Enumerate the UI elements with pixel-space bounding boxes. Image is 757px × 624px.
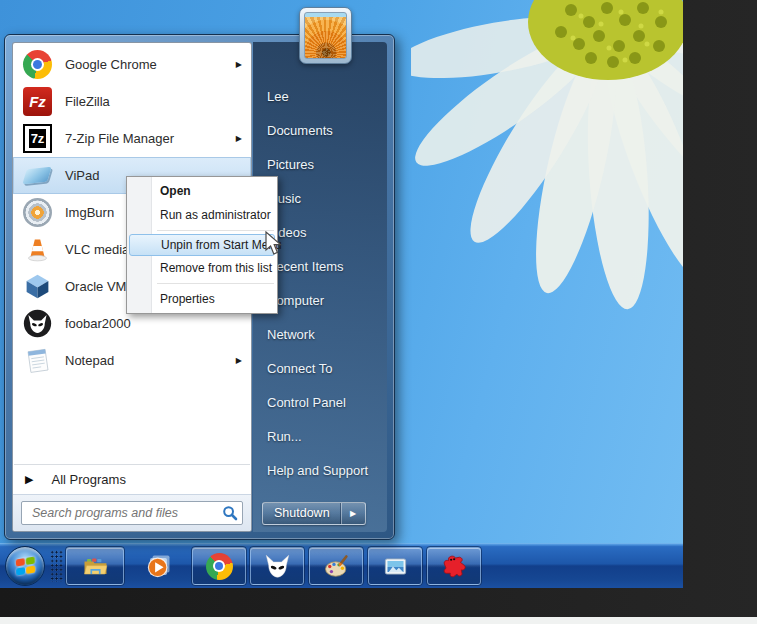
submenu-arrow-icon: ▶ — [236, 60, 242, 69]
flower-photo — [304, 12, 347, 59]
start-menu-item-filezilla[interactable]: FileZilla — [13, 83, 251, 120]
paint-palette-icon — [323, 553, 350, 580]
taskbar-item-red-gecko-app[interactable] — [427, 547, 481, 585]
filezilla-icon — [23, 87, 52, 116]
taskbar-item-foobar2000[interactable] — [250, 547, 304, 585]
submenu-arrow-icon: ▶ — [236, 134, 242, 143]
start-menu-item-7zip[interactable]: 7-Zip File Manager ▶ — [13, 120, 251, 157]
notepad-icon — [23, 346, 52, 375]
start-menu-right-item-documents[interactable]: Documents — [267, 114, 387, 148]
start-menu-right-item-computer[interactable]: Computer — [267, 284, 387, 318]
shutdown-button[interactable]: Shutdown — [263, 503, 341, 524]
start-menu-right-item-music[interactable]: Music — [267, 182, 387, 216]
sevenzip-icon — [23, 124, 52, 153]
right-arrow-icon: ▶ — [25, 473, 33, 486]
chrome-icon — [23, 50, 52, 79]
virtualbox-cube-icon — [23, 272, 52, 301]
context-menu-separator — [157, 230, 274, 231]
context-menu-item-unpin-from-start-menu[interactable]: Unpin from Start Menu — [129, 234, 275, 256]
context-menu-separator — [157, 283, 274, 284]
screenshot-canvas: Google Chrome ▶ FileZilla 7-Zip File Man… — [0, 0, 757, 624]
all-programs-label: All Programs — [51, 472, 125, 487]
shutdown-control: Shutdown ▶ — [262, 502, 366, 525]
vlc-cone-icon — [23, 235, 52, 264]
taskbar-item-paint[interactable] — [309, 547, 363, 585]
right-arrow-icon: ▶ — [350, 509, 356, 518]
user-avatar[interactable] — [299, 7, 352, 64]
taskbar-item-google-chrome[interactable] — [192, 547, 246, 585]
folder-icon — [82, 553, 109, 580]
taskbar-item-windows-media-player[interactable] — [136, 547, 180, 585]
daisy-flower-wallpaper — [411, 0, 683, 340]
shutdown-options-arrow[interactable]: ▶ — [341, 503, 365, 524]
start-menu-item-notepad[interactable]: Notepad ▶ — [13, 342, 251, 379]
context-menu-item-open[interactable]: Open — [127, 179, 277, 203]
start-menu-right-item-connect-to[interactable]: Connect To — [267, 352, 387, 386]
start-menu-right-item-user[interactable]: Lee — [267, 80, 387, 114]
taskbar-grip-handle[interactable] — [50, 550, 63, 582]
foobar2000-cat-icon — [264, 553, 291, 580]
taskbar — [0, 543, 683, 588]
search-icon — [222, 505, 238, 521]
page-background-strip — [0, 617, 757, 624]
start-menu-right-item-network[interactable]: Network — [267, 318, 387, 352]
context-menu-item-properties[interactable]: Properties — [127, 287, 277, 311]
taskbar-item-photo-viewer[interactable] — [368, 547, 422, 585]
foobar2000-icon — [23, 309, 52, 338]
context-menu-item-run-as-administrator[interactable]: Run as administrator — [127, 203, 277, 227]
start-menu-right-item-control-panel[interactable]: Control Panel — [267, 386, 387, 420]
imgburn-icon — [23, 198, 52, 227]
vipad-icon — [23, 161, 52, 190]
windows-logo-icon — [15, 557, 35, 576]
photo-viewer-icon — [382, 553, 409, 580]
search-area — [13, 494, 251, 531]
start-menu-right-item-run[interactable]: Run... — [267, 420, 387, 454]
context-menu: Open Run as administrator Unpin from Sta… — [126, 176, 278, 314]
red-gecko-icon — [441, 553, 468, 580]
all-programs-button[interactable]: ▶ All Programs — [13, 465, 251, 494]
search-input[interactable] — [30, 505, 222, 521]
context-menu-item-remove-from-this-list[interactable]: Remove from this list — [127, 256, 277, 280]
taskbar-item-windows-explorer[interactable] — [66, 547, 124, 585]
media-player-icon — [145, 553, 172, 580]
search-box[interactable] — [21, 501, 243, 525]
start-menu-item-google-chrome[interactable]: Google Chrome ▶ — [13, 46, 251, 83]
mouse-cursor — [264, 231, 286, 257]
chrome-icon — [206, 553, 233, 580]
submenu-arrow-icon: ▶ — [236, 356, 242, 365]
start-button[interactable] — [5, 546, 45, 586]
start-menu-right-item-pictures[interactable]: Pictures — [267, 148, 387, 182]
start-menu-right-item-help-and-support[interactable]: Help and Support — [267, 454, 387, 488]
